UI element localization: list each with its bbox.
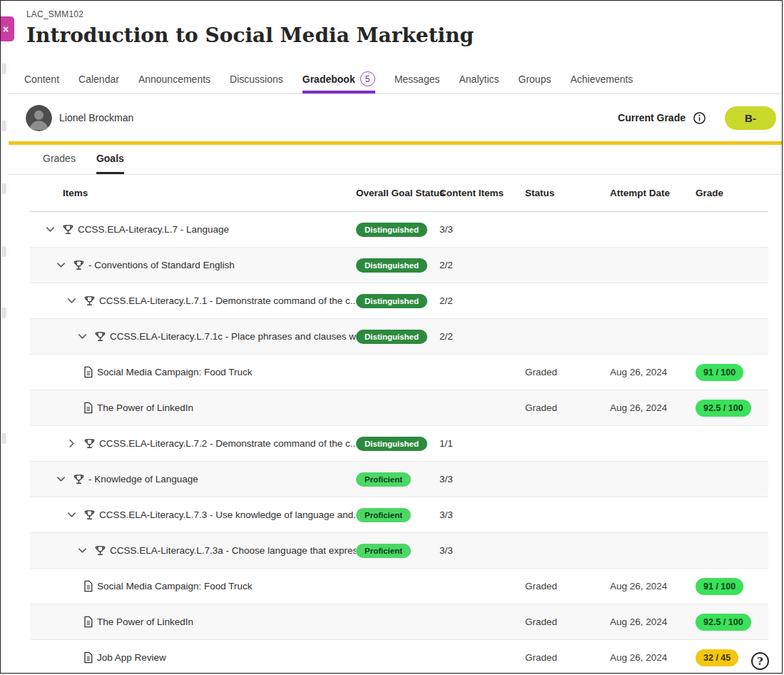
help-icon[interactable]: ? bbox=[751, 652, 769, 670]
collapsed-sidebar-rail bbox=[1, 1, 9, 673]
goal-label: CCSS.ELA-Literacy.L.7.3 - Use knowledge … bbox=[99, 509, 356, 520]
table-row: Social Media Campaign: Food Truck Graded… bbox=[30, 355, 768, 390]
item-label[interactable]: Social Media Campaign: Food Truck bbox=[97, 581, 253, 592]
document-icon bbox=[83, 580, 93, 592]
goal-trophy-icon bbox=[62, 223, 74, 235]
goal-label: - Knowledge of Language bbox=[88, 474, 198, 484]
tab-groups[interactable]: Groups bbox=[519, 68, 551, 93]
current-grade-pill[interactable]: B- bbox=[725, 106, 776, 130]
tab-messages[interactable]: Messages bbox=[394, 68, 440, 93]
goal-trophy-icon bbox=[94, 544, 106, 557]
course-id: LAC_SMM102 bbox=[26, 9, 782, 19]
document-icon bbox=[83, 402, 93, 414]
sidebar-ghost-icon bbox=[1, 246, 6, 257]
sidebar-ghost-icon bbox=[1, 433, 6, 444]
chevron-down-icon[interactable] bbox=[52, 257, 69, 274]
tab-achievements[interactable]: Achievements bbox=[570, 68, 633, 93]
goal-label: CCSS.ELA-Literacy.L.7.3a - Choose langua… bbox=[110, 545, 356, 556]
goals-table: Items Overall Goal Status Content Items … bbox=[30, 175, 768, 674]
student-header: Lionel Brockman Current Grade B- bbox=[9, 94, 782, 141]
chevron-down-icon[interactable] bbox=[52, 471, 69, 488]
goal-label: - Conventions of Standard English bbox=[88, 260, 235, 270]
goal-trophy-icon bbox=[73, 473, 85, 485]
table-row: CCSS.ELA-Literacy.L.7.1 - Demonstrate co… bbox=[30, 283, 768, 319]
item-status: Graded bbox=[525, 581, 610, 592]
tab-discussions[interactable]: Discussions bbox=[230, 68, 283, 93]
grade-pill[interactable]: 91 / 100 bbox=[696, 364, 743, 381]
grade-pill[interactable]: 92.5 / 100 bbox=[696, 614, 751, 631]
col-content-items: Content Items bbox=[439, 188, 525, 198]
chevron-down-icon[interactable] bbox=[73, 328, 91, 345]
attempt-date: Aug 26, 2024 bbox=[610, 581, 696, 592]
goal-status-pill: Proficient bbox=[356, 472, 411, 487]
grade-pill[interactable]: 91 / 100 bbox=[696, 578, 743, 595]
goal-status-pill: Distinguished bbox=[356, 294, 427, 308]
subtab-goals[interactable]: Goals bbox=[96, 153, 124, 174]
goal-status-pill: Proficient bbox=[356, 544, 411, 558]
attempt-date: Aug 26, 2024 bbox=[610, 367, 696, 377]
table-row: - Knowledge of Language Proficient 3/3 bbox=[30, 462, 768, 497]
grade-pill[interactable]: 92.5 / 100 bbox=[696, 400, 751, 417]
content-items-count: 2/2 bbox=[439, 331, 525, 342]
subtab-grades[interactable]: Grades bbox=[43, 153, 76, 174]
chevron-down-icon[interactable] bbox=[41, 221, 58, 238]
tab-content[interactable]: Content bbox=[24, 68, 59, 93]
goal-status-pill: Distinguished bbox=[356, 330, 427, 344]
item-status: Graded bbox=[525, 652, 610, 663]
avatar bbox=[26, 105, 52, 131]
table-row: CCSS.ELA-Literacy.L.7 - Language Disting… bbox=[30, 212, 768, 248]
table-row: CCSS.ELA-Literacy.L.7.2 - Demonstrate co… bbox=[30, 426, 768, 462]
col-status: Status bbox=[525, 188, 610, 198]
tab-calendar[interactable]: Calendar bbox=[78, 68, 119, 93]
table-row: The Power of LinkedIn Graded Aug 26, 202… bbox=[30, 390, 768, 426]
table-row: Social Media Campaign: Food Truck Graded… bbox=[30, 569, 768, 604]
content-items-count: 3/3 bbox=[439, 545, 525, 556]
col-grade: Grade bbox=[696, 188, 768, 198]
content-items-count: 3/3 bbox=[439, 224, 525, 235]
goal-label: CCSS.ELA-Literacy.L.7.1c - Place phrases… bbox=[110, 331, 356, 342]
tab-analytics[interactable]: Analytics bbox=[459, 68, 499, 93]
item-status: Graded bbox=[525, 616, 610, 627]
student-name: Lionel Brockman bbox=[59, 112, 133, 123]
col-attempt-date: Attempt Date bbox=[610, 188, 696, 198]
panel-close-tab[interactable]: × bbox=[1, 16, 14, 41]
goal-label: CCSS.ELA-Literacy.L.7 - Language bbox=[78, 224, 229, 235]
col-items: Items bbox=[41, 188, 356, 198]
sidebar-ghost-icon bbox=[1, 183, 6, 194]
item-label[interactable]: The Power of LinkedIn bbox=[97, 402, 193, 413]
tab-gradebook[interactable]: Gradebook 5 bbox=[302, 68, 375, 93]
item-status: Graded bbox=[525, 402, 610, 413]
goal-trophy-icon bbox=[73, 259, 85, 271]
item-label[interactable]: Social Media Campaign: Food Truck bbox=[97, 367, 253, 377]
table-row: CCSS.ELA-Literacy.L.7.3a - Choose langua… bbox=[30, 533, 768, 569]
chevron-down-icon[interactable] bbox=[73, 542, 91, 559]
info-icon[interactable] bbox=[693, 111, 706, 125]
close-icon: × bbox=[3, 24, 9, 35]
item-label[interactable]: Job App Review bbox=[97, 652, 166, 663]
goal-trophy-icon bbox=[94, 330, 106, 342]
goal-trophy-icon bbox=[83, 437, 96, 450]
gradebook-count-badge: 5 bbox=[360, 71, 375, 86]
attempt-date: Aug 26, 2024 bbox=[610, 652, 696, 663]
table-body: CCSS.ELA-Literacy.L.7 - Language Disting… bbox=[30, 212, 768, 674]
tab-announcements[interactable]: Announcements bbox=[138, 68, 210, 93]
course-header: LAC_SMM102 Introduction to Social Media … bbox=[9, 1, 782, 68]
item-status: Graded bbox=[525, 367, 610, 377]
tab-gradebook-label: Gradebook bbox=[302, 73, 355, 85]
gradebook-subtabs: Grades Goals bbox=[9, 145, 782, 175]
attempt-date: Aug 26, 2024 bbox=[610, 616, 696, 627]
grade-pill[interactable]: 32 / 45 bbox=[696, 649, 738, 666]
chevron-down-icon[interactable] bbox=[63, 293, 80, 310]
course-nav: Content Calendar Announcements Discussio… bbox=[9, 68, 782, 94]
chevron-down-icon[interactable] bbox=[63, 507, 80, 524]
item-label[interactable]: The Power of LinkedIn bbox=[97, 616, 193, 627]
content-items-count: 2/2 bbox=[439, 260, 525, 270]
document-icon bbox=[83, 616, 93, 628]
current-grade-label: Current Grade bbox=[618, 112, 686, 123]
document-icon bbox=[83, 651, 93, 664]
table-row: CCSS.ELA-Literacy.L.7.1c - Place phrases… bbox=[30, 319, 768, 355]
col-goal-status: Overall Goal Status bbox=[356, 188, 439, 198]
table-row: CCSS.ELA-Literacy.L.7.3 - Use knowledge … bbox=[30, 497, 768, 533]
table-header: Items Overall Goal Status Content Items … bbox=[30, 175, 768, 212]
chevron-right-icon[interactable] bbox=[63, 435, 80, 452]
